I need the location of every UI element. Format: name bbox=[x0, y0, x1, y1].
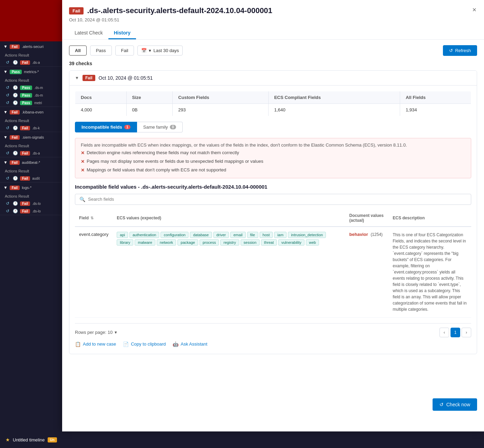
sidebar-group-auditbeat-header[interactable]: ▼ Fail auditbeat-* bbox=[0, 157, 62, 168]
refresh-icon: ↺ bbox=[439, 402, 444, 407]
row-label: metri bbox=[34, 101, 42, 105]
modal: × Fail .ds-.alerts-security.alerts-defau… bbox=[62, 0, 484, 431]
chevron-down-icon: ▼ bbox=[3, 160, 8, 165]
ecs-tag: malware bbox=[135, 239, 155, 246]
refresh-label: Refresh bbox=[455, 48, 471, 53]
group-name: logs-* bbox=[22, 186, 31, 190]
prev-page-button[interactable]: ‹ bbox=[439, 328, 449, 337]
row-fail-badge: Fail bbox=[20, 201, 30, 206]
refresh-icon[interactable]: ↺ bbox=[5, 92, 10, 98]
ecs-tag: package bbox=[177, 239, 198, 246]
refresh-icon[interactable]: ↺ bbox=[5, 208, 10, 214]
date-filter[interactable]: 📅 ▾ Last 30 days bbox=[137, 46, 183, 56]
refresh-icon[interactable]: ↺ bbox=[5, 60, 10, 65]
actions-label: Actions Result bbox=[5, 194, 29, 198]
sidebar-actions-row-5: Actions Result bbox=[0, 193, 62, 200]
refresh-icon[interactable]: ↺ bbox=[5, 176, 10, 181]
stats-header-ecs-compliant: ECS Compliant Fields bbox=[269, 91, 400, 104]
pass-badge: Pass bbox=[10, 70, 22, 74]
ecs-tag: configuration bbox=[161, 232, 188, 238]
modal-close-button[interactable]: × bbox=[470, 5, 479, 14]
check-timestamp: Oct 10, 2024 @ 01:05:51 bbox=[99, 75, 153, 81]
ecs-tag: library bbox=[117, 239, 133, 246]
refresh-button[interactable]: ↺ Refresh bbox=[443, 45, 477, 56]
fail-badge: Fail bbox=[10, 110, 20, 115]
sidebar-group-alerts-header[interactable]: ▼ Fail .alerts-securi bbox=[0, 41, 62, 52]
group-name: .alerts-securi bbox=[22, 44, 43, 49]
refresh-icon[interactable]: ↺ bbox=[5, 85, 10, 90]
incompat-tab-incompatible[interactable]: Incompatible fields 1 bbox=[75, 122, 137, 132]
row-fail-badge: Fail bbox=[20, 209, 30, 213]
incompat-tab-same-family[interactable]: Same family 0 bbox=[137, 122, 183, 132]
group-name: .kibana-even bbox=[22, 110, 43, 114]
sidebar-actions-row-1: Actions Result bbox=[0, 77, 62, 84]
timeline-badge: Un bbox=[48, 437, 57, 442]
sidebar-subrow-5-1[interactable]: ↺ 🕐 Fail .ds-lo bbox=[0, 207, 62, 215]
copy-label: Copy to clipboard bbox=[131, 341, 166, 347]
refresh-icon[interactable]: ↺ bbox=[5, 201, 10, 206]
clock-icon[interactable]: 🕐 bbox=[12, 176, 18, 181]
check-fail-badge: Fail bbox=[83, 75, 95, 81]
sidebar-subrow-3-0[interactable]: ↺ 🕐 Fail .ds-a bbox=[0, 149, 62, 157]
search-input[interactable] bbox=[88, 197, 467, 202]
ecs-tag: database bbox=[190, 232, 212, 238]
modal-fail-badge: Fail bbox=[69, 7, 84, 14]
add-to-case-label: Add to new case bbox=[83, 341, 116, 347]
sidebar-subrow-4-0[interactable]: ↺ 🕐 Fail audit bbox=[0, 175, 62, 182]
tab-history[interactable]: History bbox=[108, 27, 136, 39]
sidebar-subrow-1-0[interactable]: ↺ 🕐 Pass .ds-m bbox=[0, 84, 62, 91]
next-page-button[interactable]: › bbox=[462, 328, 471, 337]
clock-icon[interactable]: 🕐 bbox=[12, 150, 18, 156]
page-1-button[interactable]: 1 bbox=[451, 328, 460, 337]
row-fail-badge: Fail bbox=[20, 151, 30, 156]
sort-icon[interactable]: ⇅ bbox=[90, 216, 94, 220]
modal-timestamp: Oct 10, 2024 @ 01:05:51 bbox=[69, 17, 477, 22]
filter-all-button[interactable]: All bbox=[69, 46, 87, 56]
sidebar-subrow-1-1[interactable]: ↺ 🕐 Pass .ds-m bbox=[0, 91, 62, 99]
sidebar-subrow-0-0[interactable]: ↺ 🕐 Fail .ds-a bbox=[0, 59, 62, 66]
refresh-icon[interactable]: ↺ bbox=[5, 150, 10, 156]
modal-header: Fail .ds-.alerts-security.alerts-default… bbox=[62, 0, 484, 40]
ecs-tag: email bbox=[230, 232, 245, 238]
sidebar-subrow-5-0[interactable]: ↺ 🕐 Fail .ds-lo bbox=[0, 200, 62, 207]
copy-to-clipboard-link[interactable]: 📄 Copy to clipboard bbox=[123, 341, 166, 347]
refresh-icon[interactable]: ↺ bbox=[5, 125, 10, 131]
tab-latest-check[interactable]: Latest Check bbox=[69, 27, 108, 39]
filter-pass-button[interactable]: Pass bbox=[90, 46, 112, 56]
rows-per-page[interactable]: Rows per page: 10 ▾ bbox=[75, 330, 117, 335]
add-to-case-link[interactable]: 📋 Add to new case bbox=[75, 341, 116, 347]
sidebar-group-metrics-header[interactable]: ▼ Pass metrics-* bbox=[0, 67, 62, 77]
sidebar-actions-row-2: Actions Result bbox=[0, 117, 62, 124]
sidebar-group-kibana-header[interactable]: ▼ Fail .kibana-even bbox=[0, 107, 62, 117]
bottom-bar: ★ Untitled timeline Un bbox=[0, 431, 484, 448]
ecs-tag: driver bbox=[213, 232, 229, 238]
clock-icon[interactable]: 🕐 bbox=[12, 125, 18, 131]
check-now-button[interactable]: ↺ Check now bbox=[433, 398, 477, 411]
clock-icon[interactable]: 🕐 bbox=[12, 201, 18, 206]
sidebar-subrow-1-2[interactable]: ↺ 🕐 Pass metri bbox=[0, 99, 62, 107]
sidebar-actions-row-0: Actions Result bbox=[0, 52, 62, 59]
clock-icon[interactable]: 🕐 bbox=[12, 92, 18, 98]
chevron-down-icon: ▼ bbox=[3, 135, 8, 140]
sidebar-group-siem-header[interactable]: ▼ Fail .siem-signals bbox=[0, 132, 62, 142]
chevron-down-icon[interactable]: ▼ bbox=[75, 76, 79, 80]
stats-header-size: Size bbox=[126, 91, 173, 104]
search-icon: 🔍 bbox=[79, 197, 85, 202]
field-header-ecs-desc: ECS description bbox=[389, 210, 471, 227]
sidebar-subrow-2-0[interactable]: ↺ 🕐 Fail .ds-k bbox=[0, 124, 62, 132]
filter-fail-button[interactable]: Fail bbox=[115, 46, 134, 56]
clock-icon[interactable]: 🕐 bbox=[12, 100, 18, 106]
sidebar-actions-row-3: Actions Result bbox=[0, 142, 62, 149]
ask-assistant-link[interactable]: 🤖 Ask Assistant bbox=[173, 341, 207, 347]
case-icon: 📋 bbox=[75, 341, 81, 347]
sidebar-group-logs-header[interactable]: ▼ Fail logs-* bbox=[0, 182, 62, 193]
group-name: metrics-* bbox=[24, 70, 39, 74]
same-family-count: 0 bbox=[170, 125, 176, 129]
row-label: .ds-lo bbox=[32, 202, 40, 206]
clock-icon[interactable]: 🕐 bbox=[12, 208, 18, 214]
sidebar-group-siem: ▼ Fail .siem-signals Actions Result ↺ 🕐 … bbox=[0, 132, 62, 157]
clock-icon[interactable]: 🕐 bbox=[12, 60, 18, 65]
clock-icon[interactable]: 🕐 bbox=[12, 85, 18, 90]
refresh-icon[interactable]: ↺ bbox=[5, 100, 10, 106]
check-card-body: Docs Size Custom Fields ECS Compliant Fi… bbox=[69, 86, 477, 354]
